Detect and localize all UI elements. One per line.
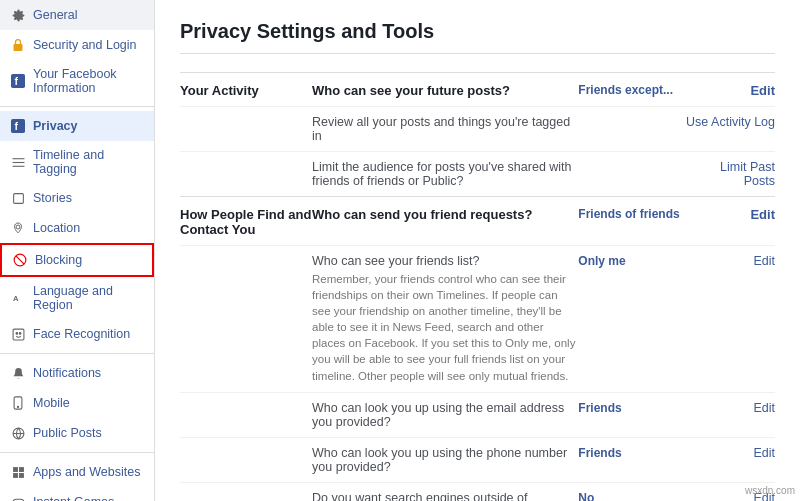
row-desc-cell: Who can look you up using the email addr… (312, 392, 578, 437)
svg-rect-23 (13, 473, 18, 478)
sidebar-item-label: Location (33, 221, 80, 235)
svg-point-10 (16, 225, 20, 229)
row-desc-cell: Who can see your friends list?Remember, … (312, 246, 578, 393)
sidebar-item-face-recognition[interactable]: Face Recognition (0, 319, 154, 349)
svg-rect-14 (13, 329, 24, 340)
sidebar: GeneralSecurity and LoginfYour Facebook … (0, 0, 155, 501)
sidebar-item-label: Privacy (33, 119, 77, 133)
row-action[interactable]: Use Activity Log (686, 107, 775, 152)
row-value (578, 107, 685, 152)
sidebar-item-apps-websites[interactable]: Apps and Websites (0, 457, 154, 487)
svg-rect-2 (11, 74, 25, 88)
sidebar-item-privacy[interactable]: fPrivacy (0, 111, 154, 141)
svg-rect-24 (19, 473, 24, 478)
timeline-tagging-icon (10, 154, 26, 170)
stories-icon (10, 190, 26, 206)
sidebar-item-public-posts[interactable]: Public Posts (0, 418, 154, 448)
svg-line-12 (16, 256, 24, 264)
sidebar-item-label: Stories (33, 191, 72, 205)
sidebar-item-facebook-info[interactable]: fYour Facebook Information (0, 60, 154, 102)
row-description: Who can see your friends list? (312, 254, 578, 268)
svg-text:f: f (15, 75, 19, 87)
row-action[interactable]: Limit Past Posts (686, 152, 775, 197)
sidebar-item-label: Timeline and Tagging (33, 148, 144, 176)
row-action[interactable]: Edit (686, 246, 775, 393)
table-row: Who can look you up using the phone numb… (180, 437, 775, 482)
sidebar-item-language-region[interactable]: ALanguage and Region (0, 277, 154, 319)
row-section-empty (180, 392, 312, 437)
instant-games-icon (10, 494, 26, 501)
svg-rect-4 (11, 119, 25, 133)
face-recognition-icon (10, 326, 26, 342)
row-section-empty (180, 107, 312, 152)
svg-rect-7 (12, 161, 24, 162)
section-header: Your Activity Who can see your future po… (180, 73, 775, 107)
table-row: Who can look you up using the email addr… (180, 392, 775, 437)
svg-text:f: f (15, 120, 19, 132)
row-value: Friends (578, 437, 685, 482)
sidebar-item-label: Notifications (33, 366, 101, 380)
section-first-value: Friends except... (578, 73, 685, 107)
sidebar-item-label: Mobile (33, 396, 70, 410)
table-row: Review all your posts and things you're … (180, 107, 775, 152)
row-desc-cell: Who can look you up using the phone numb… (312, 437, 578, 482)
sidebar-item-location[interactable]: Location (0, 213, 154, 243)
privacy-icon: f (10, 118, 26, 134)
sidebar-item-stories[interactable]: Stories (0, 183, 154, 213)
sidebar-item-instant-games[interactable]: Instant Games (0, 487, 154, 501)
sidebar-item-label: Face Recognition (33, 327, 130, 341)
svg-rect-6 (12, 158, 24, 159)
sidebar-item-notifications[interactable]: Notifications (0, 358, 154, 388)
sidebar-item-label: Public Posts (33, 426, 102, 440)
row-description: Who can look you up using the email addr… (312, 401, 578, 429)
section-first-action[interactable]: Edit (686, 73, 775, 107)
row-section-empty (180, 152, 312, 197)
sidebar-item-label: Blocking (35, 253, 82, 267)
row-description: Who can look you up using the phone numb… (312, 446, 578, 474)
page-title: Privacy Settings and Tools (180, 20, 775, 54)
sidebar-item-security-login[interactable]: Security and Login (0, 30, 154, 60)
sidebar-item-general[interactable]: General (0, 0, 154, 30)
sidebar-divider (0, 106, 154, 107)
facebook-info-icon: f (10, 73, 26, 89)
public-posts-icon (10, 425, 26, 441)
row-description: Review all your posts and things you're … (312, 115, 578, 143)
row-desc-cell: Review all your posts and things you're … (312, 107, 578, 152)
section-first-value: Friends of friends (578, 197, 685, 246)
svg-rect-9 (13, 193, 23, 203)
row-value: No (578, 482, 685, 501)
row-value: Friends (578, 392, 685, 437)
sidebar-divider (0, 452, 154, 453)
svg-point-16 (19, 332, 21, 334)
table-row: Who can see your friends list?Remember, … (180, 246, 775, 393)
sidebar-item-timeline-tagging[interactable]: Timeline and Tagging (0, 141, 154, 183)
notifications-icon (10, 365, 26, 381)
sidebar-item-label: Instant Games (33, 495, 114, 501)
row-subdescription: Remember, your friends control who can s… (312, 271, 578, 384)
sidebar-item-mobile[interactable]: Mobile (0, 388, 154, 418)
main-content: Privacy Settings and Tools Your Activity… (155, 0, 800, 501)
sidebar-item-label: Apps and Websites (33, 465, 140, 479)
sidebar-item-label: Language and Region (33, 284, 144, 312)
svg-rect-21 (13, 467, 18, 472)
svg-text:A: A (13, 294, 19, 303)
table-row: Do you want search engines outside of Fa… (180, 482, 775, 501)
row-action[interactable]: Edit (686, 392, 775, 437)
row-description: Limit the audience for posts you've shar… (312, 160, 578, 188)
blocking-icon (12, 252, 28, 268)
row-section-empty (180, 246, 312, 393)
row-description: Do you want search engines outside of Fa… (312, 491, 578, 501)
row-section-empty (180, 482, 312, 501)
row-value (578, 152, 685, 197)
section-label: How People Find and Contact You (180, 197, 312, 246)
sidebar-item-blocking[interactable]: Blocking (0, 243, 154, 277)
row-action[interactable]: Edit (686, 437, 775, 482)
section-first-desc: Who can see your future posts? (312, 73, 578, 107)
table-row: Limit the audience for posts you've shar… (180, 152, 775, 197)
svg-rect-1 (14, 44, 23, 51)
sidebar-divider (0, 353, 154, 354)
section-first-action[interactable]: Edit (686, 197, 775, 246)
row-section-empty (180, 437, 312, 482)
language-region-icon: A (10, 290, 26, 306)
svg-rect-8 (12, 165, 24, 166)
